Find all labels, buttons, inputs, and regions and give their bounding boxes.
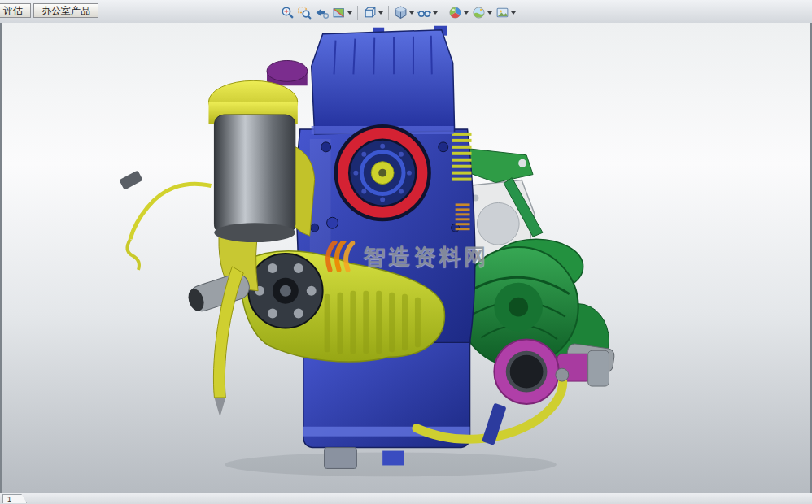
tab-office-products[interactable]: 办公室产品 — [33, 3, 98, 18]
dropdown-arrow-icon[interactable] — [464, 11, 469, 15]
solidworks-window: 评估 办公室产品 — [0, 0, 812, 504]
apply-scene-button[interactable] — [470, 2, 494, 24]
section-view-button[interactable] — [330, 2, 354, 24]
dropdown-arrow-icon[interactable] — [487, 11, 492, 15]
breather-cap[interactable] — [267, 60, 308, 85]
engine-foot[interactable] — [325, 448, 357, 469]
display-style-icon — [394, 6, 408, 20]
heads-up-toolbar — [279, 2, 517, 24]
model-tab[interactable]: 1 — [2, 494, 27, 503]
valve-cover[interactable] — [312, 26, 455, 134]
previous-view-button[interactable] — [313, 2, 330, 24]
display-style-button[interactable] — [392, 2, 416, 24]
dropdown-arrow-icon[interactable] — [433, 11, 438, 15]
view-settings-button[interactable] — [494, 2, 517, 24]
toolbar-separator — [388, 6, 389, 20]
view-settings-icon — [495, 6, 509, 20]
hide-show-items-icon — [417, 6, 431, 20]
status-bar: 1 — [0, 493, 812, 504]
view-orientation-icon — [363, 6, 377, 20]
filter-housing[interactable] — [214, 115, 295, 242]
crank-pulley-ring[interactable] — [334, 124, 431, 221]
toolbar-separator — [357, 6, 358, 20]
dropdown-arrow-icon[interactable] — [511, 11, 516, 15]
dropdown-arrow-icon[interactable] — [378, 11, 383, 15]
graphics-viewport[interactable]: 智造资料网 — [0, 23, 812, 493]
tab-evaluate[interactable]: 评估 — [0, 3, 31, 18]
section-view-icon — [332, 6, 346, 20]
command-tabs: 评估 办公室产品 — [0, 3, 98, 18]
drain-plug[interactable] — [382, 451, 404, 466]
front-flange[interactable] — [248, 254, 322, 328]
zoom-to-area-button[interactable] — [296, 2, 313, 24]
toolbar-separator — [443, 6, 443, 20]
apply-scene-icon — [472, 6, 486, 20]
zoom-to-fit-icon — [281, 6, 295, 20]
engine-assembly-model[interactable] — [2, 23, 810, 493]
dropdown-arrow-icon[interactable] — [409, 11, 414, 15]
zoom-to-area-icon — [298, 6, 312, 20]
sensor-wire[interactable] — [119, 170, 211, 270]
zoom-to-fit-button[interactable] — [279, 2, 296, 24]
hide-show-items-button[interactable] — [416, 2, 439, 24]
top-toolbar: 评估 办公室产品 — [0, 0, 812, 24]
previous-view-icon — [315, 6, 329, 20]
view-orientation-button[interactable] — [361, 2, 385, 24]
edit-appearance-icon — [448, 6, 462, 20]
dropdown-arrow-icon[interactable] — [347, 11, 352, 15]
edit-appearance-button[interactable] — [447, 2, 470, 24]
